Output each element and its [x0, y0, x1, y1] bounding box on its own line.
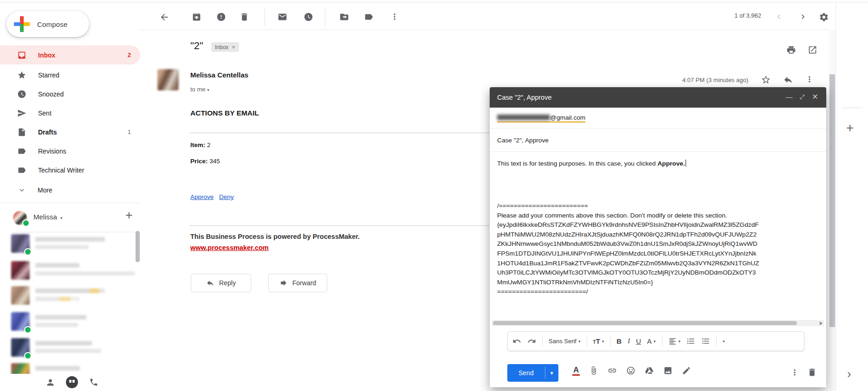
contacts-icon[interactable] — [45, 378, 55, 387]
chevron-left-icon[interactable] — [774, 12, 784, 21]
font-size-dropdown[interactable]: TT▾ — [593, 337, 604, 345]
sidebar-item-sent[interactable]: Sent — [0, 103, 140, 122]
token-note: Please add your comments above this sect… — [497, 211, 766, 221]
compose-titlebar[interactable]: Case "2", Approve — [490, 87, 826, 108]
undo-icon[interactable] — [512, 337, 521, 346]
list-item[interactable] — [0, 338, 139, 359]
more-options-icon[interactable] — [790, 368, 799, 377]
drafts-count-badge: 1 — [128, 129, 131, 135]
back-icon[interactable] — [159, 12, 169, 22]
compose-body[interactable]: This text is for testing purposes. In th… — [497, 159, 819, 168]
recipient-field[interactable]: @gmail.com — [490, 108, 826, 129]
sidebar-item-starred[interactable]: Starred — [0, 65, 140, 84]
drive-icon[interactable] — [645, 366, 654, 375]
more-formatting-icon[interactable]: ▾ — [723, 339, 725, 344]
hangouts-icon[interactable] — [66, 376, 78, 388]
send-button[interactable]: Send ▼ — [507, 364, 558, 382]
list-item[interactable] — [0, 261, 139, 282]
compose-hscrollbar-track[interactable] — [492, 320, 824, 326]
inbox-icon — [17, 51, 26, 60]
main-scrollbar-track[interactable] — [829, 30, 836, 391]
insert-photo-icon[interactable] — [663, 366, 673, 375]
redacted-text — [35, 263, 79, 268]
compose-token-section[interactable]: /======================== Please add you… — [497, 201, 766, 297]
roster-divider — [12, 232, 140, 232]
processmaker-link[interactable]: www.processmaker.com — [190, 244, 269, 251]
bulleted-list-icon[interactable] — [701, 337, 710, 346]
formatting-options-icon[interactable]: A — [572, 365, 580, 376]
side-panel-expand-chevron[interactable]: › — [847, 368, 851, 380]
label-icon[interactable] — [364, 12, 374, 22]
add-contact-button[interactable]: + — [125, 208, 133, 223]
sidebar-scrollbar-thumb[interactable] — [136, 231, 140, 262]
emoji-icon[interactable] — [626, 366, 635, 375]
chip-close-icon[interactable]: × — [232, 44, 235, 51]
label-chip-inbox[interactable]: Inbox × — [211, 42, 239, 52]
sidebar-item-label: Starred — [38, 71, 59, 79]
compose-hscrollbar-thumb[interactable] — [493, 321, 797, 325]
forward-label: Forward — [292, 279, 316, 287]
minimize-icon[interactable]: — — [785, 93, 793, 101]
compose-button[interactable]: Compose — [6, 11, 89, 37]
signature-pen-icon[interactable] — [682, 366, 691, 375]
list-item[interactable] — [0, 286, 139, 308]
font-family-value: Sans Serif — [549, 338, 577, 345]
companion-divider — [842, 108, 863, 108]
sidebar-item-drafts[interactable]: Drafts 1 — [0, 122, 140, 141]
bold-button[interactable]: B — [616, 337, 622, 345]
close-icon[interactable]: ✕ — [811, 93, 819, 101]
underline-button[interactable]: U — [636, 337, 641, 345]
scroll-right-arrow-icon[interactable] — [820, 321, 823, 325]
send-options-arrow[interactable]: ▼ — [545, 364, 558, 382]
sidebar-item-revisions[interactable]: Revisions — [0, 141, 140, 160]
redacted-text — [35, 297, 79, 301]
sidebar-item-snoozed[interactable]: Snoozed — [0, 84, 140, 103]
deny-link[interactable]: Deny — [219, 193, 234, 200]
forward-button[interactable]: Forward — [268, 274, 327, 292]
reply-button[interactable]: Reply — [191, 274, 251, 292]
delete-icon[interactable] — [240, 12, 249, 22]
sidebar-item-inbox[interactable]: Inbox 2 — [0, 45, 140, 64]
compose-label: Compose — [37, 20, 68, 28]
compose-subject-field[interactable]: Case "2", Approve — [490, 129, 826, 152]
align-dropdown[interactable]: ▾ — [668, 337, 681, 346]
text-color-button[interactable]: A▾ — [647, 337, 656, 345]
report-spam-icon[interactable] — [216, 12, 226, 22]
approve-link[interactable]: Approve — [190, 193, 214, 200]
get-addons-icon[interactable]: + — [846, 121, 854, 135]
italic-button[interactable]: I — [628, 337, 630, 345]
chat-profile-row[interactable]: Melissa ▾ + — [0, 209, 140, 229]
attach-file-icon[interactable] — [589, 366, 598, 375]
sidebar-item-technical-writer[interactable]: Technical Writer — [0, 160, 140, 179]
redacted-recipient — [497, 115, 550, 120]
print-icon[interactable] — [786, 45, 796, 55]
sidebar-item-more[interactable]: More — [0, 180, 140, 199]
redo-icon[interactable] — [527, 337, 536, 346]
star-outline-icon[interactable] — [761, 75, 771, 85]
list-item[interactable] — [0, 312, 139, 333]
list-item[interactable] — [0, 234, 139, 256]
mark-unread-icon[interactable] — [278, 12, 287, 22]
main-scrollbar-thumb[interactable] — [829, 74, 835, 327]
font-family-dropdown[interactable]: Sans Serif▾ — [549, 338, 581, 345]
more-icon[interactable] — [390, 12, 399, 21]
insert-link-icon[interactable] — [608, 366, 617, 375]
forward-icon — [279, 279, 288, 287]
settings-gear-icon[interactable] — [819, 12, 829, 22]
phone-icon[interactable] — [89, 378, 98, 387]
open-in-new-icon[interactable] — [808, 45, 817, 55]
chevron-right-icon[interactable] — [798, 12, 808, 21]
avatar — [11, 261, 30, 280]
to-me-dropdown[interactable]: to me ▾ — [190, 86, 209, 93]
compose-action-icons: A — [572, 365, 691, 376]
snooze-icon[interactable] — [304, 12, 313, 22]
reply-icon[interactable] — [783, 75, 793, 85]
popout-icon[interactable]: ⤢ — [798, 93, 806, 101]
more-icon[interactable] — [805, 75, 814, 84]
archive-icon[interactable] — [192, 12, 201, 22]
move-to-icon[interactable] — [339, 12, 349, 22]
align-left-icon — [668, 337, 677, 346]
numbered-list-icon[interactable] — [687, 337, 695, 346]
field-label: Price: — [190, 158, 208, 165]
discard-draft-icon[interactable] — [807, 367, 817, 377]
